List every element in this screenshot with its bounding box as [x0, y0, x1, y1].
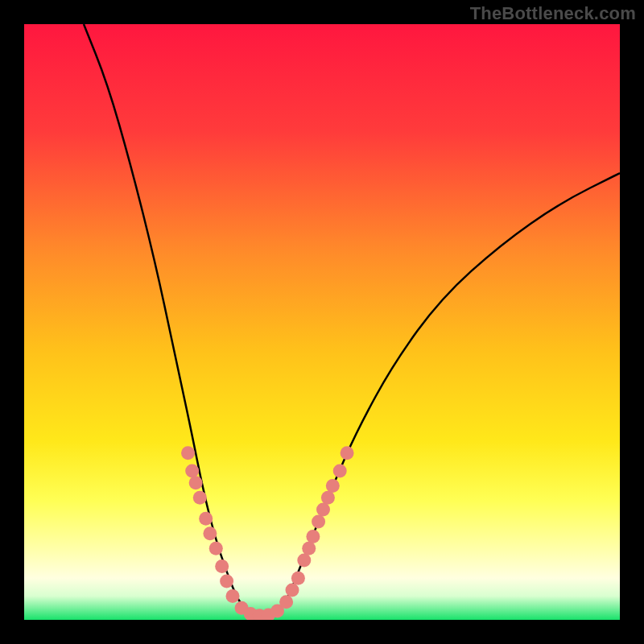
curve-marker [181, 446, 195, 460]
curve-marker [279, 595, 293, 609]
curve-marker [220, 574, 233, 588]
curve-marker [326, 479, 340, 493]
curve-marker [302, 542, 316, 555]
curve-marker [189, 476, 203, 489]
curve-marker [226, 589, 240, 603]
curve-marker [199, 512, 213, 526]
curve-marker [341, 446, 354, 460]
curve-marker [286, 584, 299, 597]
gradient-background [24, 24, 620, 620]
curve-marker [215, 559, 229, 573]
curve-marker [185, 464, 199, 478]
curve-marker [321, 491, 335, 505]
chart-plot-area [24, 24, 620, 620]
curve-marker [316, 503, 330, 517]
chart-svg [24, 24, 620, 620]
curve-marker [306, 530, 320, 543]
curve-marker [297, 554, 311, 568]
curve-marker [291, 572, 305, 585]
curve-marker [333, 464, 347, 478]
curve-marker [312, 514, 325, 528]
curve-marker [193, 491, 207, 505]
chart-frame: TheBottleneck.com [0, 0, 644, 644]
curve-marker [203, 526, 217, 540]
watermark-text: TheBottleneck.com [470, 3, 636, 24]
curve-marker [209, 542, 223, 555]
